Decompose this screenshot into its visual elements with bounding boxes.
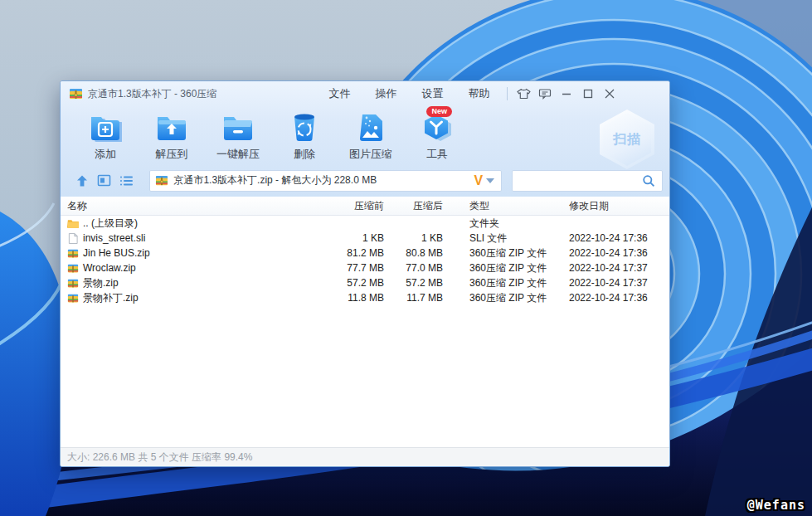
menu-help[interactable]: 帮助 (455, 83, 502, 105)
titlebar[interactable]: 京通市1.3版本补丁 - 360压缩 文件 操作 设置 帮助 (61, 81, 669, 106)
address-value: 京通市1.3版本补丁.zip - 解包大小为 228.0 MB (173, 173, 469, 187)
titlebar-separator (507, 87, 508, 100)
up-directory-icon[interactable] (72, 173, 91, 189)
watermark: @Wefans (747, 498, 805, 513)
extract-to-label: 解压到 (156, 147, 188, 162)
window-top: 京通市1.3版本补丁 - 360压缩 文件 操作 设置 帮助 (61, 81, 669, 197)
table-row-parent-dir[interactable]: .. (上级目录) 文件夹 (61, 216, 669, 231)
zip-file-icon (67, 293, 79, 304)
col-before[interactable]: 压缩前 (314, 199, 384, 213)
window-title: 京通市1.3版本补丁 - 360压缩 (88, 87, 216, 101)
file-name: 景物.zip (83, 276, 119, 290)
zip-file-icon (67, 248, 79, 259)
file-name: 景物补丁.zip (83, 291, 139, 305)
maximize-icon[interactable] (577, 85, 599, 103)
trash-icon (288, 111, 321, 144)
scan-label: 扫描 (613, 131, 641, 148)
zip-file-icon (155, 174, 168, 187)
table-row-zip[interactable]: 景物.zip 57.2 MB 57.2 MB 360压缩 ZIP 文件 2022… (61, 275, 669, 290)
new-badge: New (426, 106, 452, 117)
vip-v-mark[interactable]: V (474, 173, 483, 188)
file-name: Jin He BUS.zip (83, 247, 150, 259)
image-compress-icon (354, 111, 387, 144)
app-zip-icon (69, 87, 83, 100)
file-list: .. (上级目录) 文件夹 invis_street.sli 1 KB 1 KB (61, 216, 669, 447)
status-bar: 大小: 226.6 MB 共 5 个文件 压缩率 99.4% (61, 447, 669, 466)
folder-oneclick-icon (221, 111, 255, 144)
status-text: 大小: 226.6 MB 共 5 个文件 压缩率 99.4% (67, 450, 252, 465)
document-icon (67, 233, 79, 244)
scan-hexagon: 扫描 (603, 113, 651, 166)
col-after[interactable]: 压缩后 (384, 199, 443, 213)
extract-to-button[interactable]: 解压到 (139, 111, 205, 162)
table-row-zip[interactable]: 景物补丁.zip 11.8 MB 11.7 MB 360压缩 ZIP 文件 20… (61, 290, 669, 305)
list-view-icon[interactable] (117, 173, 136, 189)
table-row-zip[interactable]: Wroclaw.zip 77.7 MB 77.0 MB 360压缩 ZIP 文件… (61, 260, 669, 275)
image-compress-label: 图片压缩 (349, 147, 392, 162)
search-icon (642, 174, 655, 187)
add-label: 添加 (95, 147, 116, 162)
folder-extract-icon (155, 111, 188, 144)
list-header: 名称 压缩前 压缩后 类型 修改日期 (61, 197, 669, 216)
col-type[interactable]: 类型 (443, 199, 569, 213)
menubar: 文件 操作 设置 帮助 (316, 83, 502, 105)
tools-hexagon-icon: New (421, 111, 454, 144)
view-panel-icon[interactable] (95, 173, 114, 189)
close-icon[interactable] (599, 85, 620, 103)
menu-action[interactable]: 操作 (362, 83, 409, 105)
minimize-icon[interactable] (556, 85, 577, 103)
one-click-extract-label: 一键解压 (216, 147, 260, 162)
menu-settings[interactable]: 设置 (409, 83, 455, 105)
app-window-360zip: 京通市1.3版本补丁 - 360压缩 文件 操作 设置 帮助 (60, 80, 670, 467)
feedback-icon[interactable] (534, 85, 556, 103)
table-row-zip[interactable]: Jin He BUS.zip 81.2 MB 80.8 MB 360压缩 ZIP… (61, 246, 669, 260)
tools-label: 工具 (426, 147, 448, 162)
address-input[interactable]: 京通市1.3版本补丁.zip - 解包大小为 228.0 MB V (149, 170, 502, 192)
zip-file-icon (67, 278, 79, 289)
search-input[interactable] (512, 170, 663, 192)
col-date[interactable]: 修改日期 (569, 199, 669, 213)
file-name: .. (上级目录) (83, 217, 138, 231)
add-button[interactable]: 添加 (72, 111, 139, 162)
zip-file-icon (67, 263, 79, 274)
desktop: @Wefans 京通市1.3版本补丁 - 360压缩 文件 操作 设置 (0, 0, 812, 516)
file-name: invis_street.sli (83, 232, 145, 244)
delete-button[interactable]: 删除 (271, 111, 338, 162)
one-click-extract-button[interactable]: 一键解压 (205, 111, 271, 162)
delete-label: 删除 (294, 147, 315, 162)
addressbar: 京通市1.3版本补丁.zip - 解包大小为 228.0 MB V (61, 169, 669, 197)
table-row-file[interactable]: invis_street.sli 1 KB 1 KB SLI 文件 2022-1… (61, 231, 669, 246)
address-dropdown-caret[interactable] (486, 178, 494, 183)
tools-button[interactable]: New 工具 (404, 111, 470, 162)
folder-plus-icon (89, 111, 122, 144)
folder-icon (67, 218, 79, 229)
skin-icon[interactable] (513, 85, 534, 103)
image-compress-button[interactable]: 图片压缩 (338, 111, 404, 162)
scan-button[interactable]: 扫描 (600, 110, 654, 169)
file-name: Wroclaw.zip (83, 262, 136, 274)
col-name[interactable]: 名称 (61, 199, 314, 213)
toolbar: 添加 解压到 (61, 106, 669, 169)
menu-file[interactable]: 文件 (316, 83, 362, 105)
